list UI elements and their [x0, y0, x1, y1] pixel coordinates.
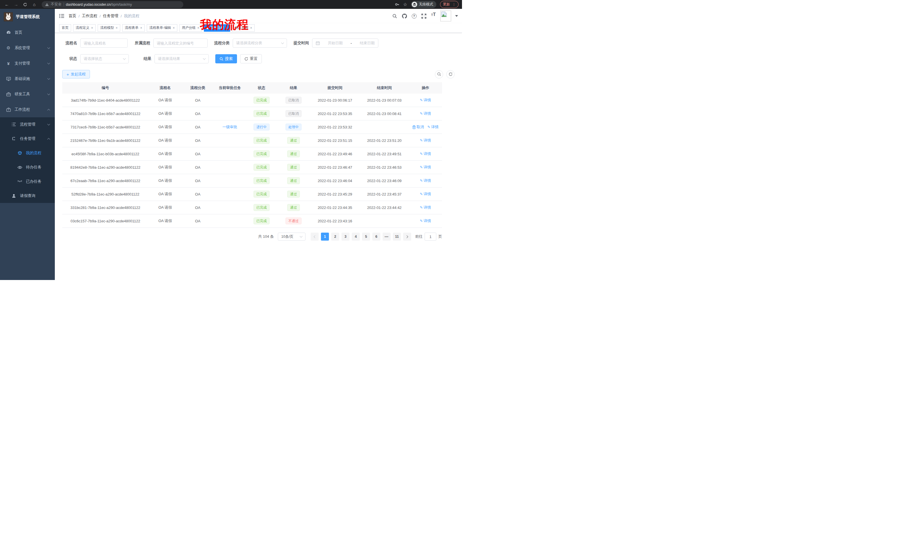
- password-key-icon[interactable]: [394, 2, 399, 7]
- sidebar-item-workflow[interactable]: 工作流程: [0, 102, 55, 117]
- detail-link[interactable]: ✎ 详情: [420, 192, 431, 197]
- search-button[interactable]: 搜索: [215, 54, 237, 63]
- page-number-button[interactable]: 5: [362, 233, 370, 241]
- avatar[interactable]: [440, 10, 451, 21]
- refresh-table-button[interactable]: [446, 70, 454, 78]
- goto-page-input[interactable]: [424, 233, 436, 241]
- page-number-button[interactable]: 2: [331, 233, 339, 241]
- tab-close-icon[interactable]: ×: [91, 26, 93, 30]
- bookmark-star-icon[interactable]: ☆: [403, 2, 407, 7]
- result-select[interactable]: 请选择流结果: [154, 54, 209, 63]
- sidebar-item-done-tasks[interactable]: 已办任务: [0, 174, 55, 189]
- sidebar-item-devtools[interactable]: 研发工具: [0, 87, 55, 102]
- cell-category: OA: [182, 192, 214, 196]
- fullscreen-icon[interactable]: [420, 12, 428, 20]
- sidebar-item-leave-query[interactable]: 请假查询: [0, 189, 55, 203]
- tab-close-icon[interactable]: ×: [173, 26, 175, 30]
- sidebar-item-infra[interactable]: 基础设施: [0, 71, 55, 87]
- tab-label: 流程定义: [76, 25, 89, 30]
- tab-close-icon[interactable]: ×: [197, 26, 199, 30]
- app-title: 芋道管理系统: [16, 14, 40, 19]
- page-number-button[interactable]: 4: [352, 233, 360, 241]
- font-size-icon[interactable]: TT: [429, 12, 438, 20]
- next-page-button[interactable]: [403, 233, 411, 241]
- detail-link[interactable]: ✎ 详情: [420, 178, 431, 183]
- tab[interactable]: 流程表单 ×: [122, 24, 145, 32]
- list-icon: [11, 123, 16, 126]
- show-search-toggle-button[interactable]: [435, 70, 443, 78]
- sidebar-item-my-process[interactable]: 我的流程: [0, 146, 55, 160]
- detail-link[interactable]: ✎ 详情: [420, 97, 431, 103]
- category-select[interactable]: 请选择流程分类: [233, 39, 287, 48]
- tab[interactable]: 流程模型 ×: [98, 24, 120, 32]
- detail-link[interactable]: ✎ 详情: [420, 111, 431, 116]
- tab-label: 用户分组: [182, 25, 196, 30]
- cell-end-time: 2022-01-22 23:46:53: [360, 165, 409, 169]
- browser-home-icon[interactable]: ⌂: [31, 1, 38, 8]
- github-icon[interactable]: [400, 12, 408, 20]
- page-number-button[interactable]: 3: [342, 233, 350, 241]
- tab-close-icon[interactable]: ×: [250, 26, 252, 30]
- help-icon[interactable]: ?: [410, 12, 418, 20]
- sidebar-collapse-icon[interactable]: [55, 9, 69, 23]
- sidebar-item-label: 我的流程: [26, 150, 55, 156]
- col-header-id: 编号: [62, 85, 148, 90]
- browser-forward-icon[interactable]: →: [13, 1, 20, 8]
- cell-name: OA 请假: [148, 97, 182, 103]
- tab[interactable]: 流程定义 ×: [73, 24, 96, 32]
- address-bar[interactable]: 不安全 dashboard.yudao.iocoder.cn/bpm/task/…: [42, 1, 183, 8]
- browser-back-icon[interactable]: ←: [3, 1, 10, 8]
- date-end-placeholder: 结束日期: [360, 40, 375, 46]
- status-badge: 已完成: [254, 150, 270, 157]
- detail-link[interactable]: ✎ 详情: [428, 124, 439, 130]
- page-number-button[interactable]: 1: [321, 233, 329, 241]
- detail-link[interactable]: ✎ 详情: [420, 138, 431, 143]
- create-process-label: 发起流程: [71, 72, 86, 77]
- reset-button[interactable]: 重置: [240, 54, 262, 63]
- page-number-button[interactable]: 6: [372, 233, 380, 241]
- prev-page-button[interactable]: [310, 233, 319, 241]
- process-definition-input[interactable]: [157, 41, 204, 45]
- edit-pencil-icon: ✎: [420, 179, 423, 183]
- cell-end-time: 2022-01-22 23:45:37: [360, 192, 409, 196]
- breadcrumb-home[interactable]: 首页: [69, 13, 76, 18]
- browser-menu-icon[interactable]: ⋮: [452, 3, 456, 7]
- tab-close-icon[interactable]: ×: [140, 26, 142, 30]
- sidebar-item-payment[interactable]: ¥ 支付管理: [0, 55, 55, 71]
- pagination: 共 104 条 10条/页 1 2 3 4: [62, 233, 442, 241]
- submit-time-range-picker[interactable]: 开始日期 - 结束日期: [312, 39, 378, 48]
- sidebar-item-label: 支付管理: [15, 61, 44, 66]
- page-size-select[interactable]: 10条/页: [278, 233, 306, 241]
- detail-link[interactable]: ✎ 详情: [420, 151, 431, 156]
- detail-link[interactable]: ✎ 详情: [420, 205, 431, 210]
- create-process-button[interactable]: + 发起流程: [62, 70, 90, 78]
- header-search-icon[interactable]: [391, 12, 399, 20]
- status-select[interactable]: 请选择状态: [80, 54, 129, 63]
- breadcrumb-workflow[interactable]: 工作流程: [82, 13, 98, 18]
- page-number-button[interactable]: •••: [382, 233, 391, 241]
- cell-id: 7317cec6-7b9b-11ec-b5b7-acde48001122: [62, 125, 148, 129]
- current-task-link[interactable]: 一级审批: [222, 124, 237, 130]
- detail-link[interactable]: ✎ 详情: [420, 165, 431, 170]
- sidebar-item-task-mgmt[interactable]: 任务管理: [0, 132, 55, 146]
- detail-link[interactable]: ✎ 详情: [420, 219, 431, 223]
- url-path: /bpm/task/my: [111, 3, 132, 7]
- sidebar-item-todo-tasks[interactable]: 待办任务: [0, 160, 55, 174]
- sidebar-item-home[interactable]: 首页: [0, 25, 55, 40]
- sidebar-item-system[interactable]: ⚙ 系统管理: [0, 40, 55, 55]
- tab[interactable]: 用户分组 ×: [179, 24, 202, 32]
- avatar-caret-icon[interactable]: [455, 15, 458, 17]
- cancel-link[interactable]: 取消: [412, 124, 424, 130]
- tab[interactable]: 首页: [59, 24, 71, 32]
- breadcrumb-task-mgmt[interactable]: 任务管理: [103, 13, 118, 18]
- process-name-input[interactable]: [84, 41, 124, 45]
- edit-pencil-icon: ✎: [420, 165, 423, 169]
- tab[interactable]: 流程表单-编辑 ×: [147, 24, 177, 32]
- sidebar-item-process-mgmt[interactable]: 流程管理: [0, 117, 55, 132]
- detail-label: 详情: [431, 124, 439, 130]
- browser-reload-icon[interactable]: [22, 1, 28, 8]
- tab-close-icon[interactable]: ×: [116, 26, 118, 30]
- browser-update-button[interactable]: 更新 ⋮: [440, 1, 459, 8]
- smiley-icon: [17, 151, 22, 155]
- page-number-button[interactable]: 11: [393, 233, 401, 241]
